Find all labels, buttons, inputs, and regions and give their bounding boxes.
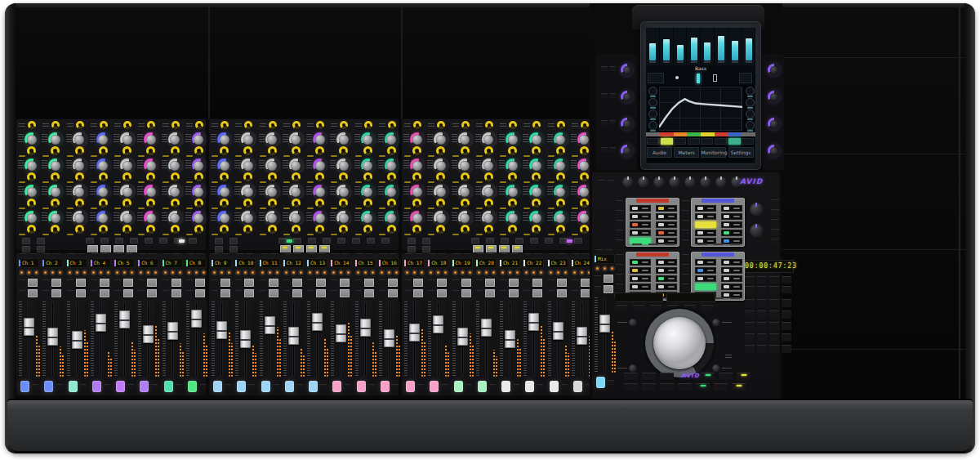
strip-small-button[interactable] — [572, 290, 578, 297]
attention-button[interactable] — [490, 384, 496, 389]
mini-encoder-button[interactable] — [379, 270, 385, 275]
strip-small-button[interactable] — [523, 279, 530, 286]
matrix-button[interactable] — [323, 238, 331, 243]
encoder-knob[interactable] — [482, 132, 496, 146]
matrix-button[interactable] — [278, 238, 287, 243]
attention-button[interactable] — [321, 384, 327, 389]
select-key[interactable] — [172, 289, 181, 297]
strip-small-button[interactable] — [595, 286, 601, 293]
encoder-knob[interactable] — [554, 159, 568, 172]
strip-tiny-button[interactable] — [173, 253, 180, 257]
channel-color-button[interactable] — [454, 381, 463, 392]
strip-tiny-button[interactable] — [405, 253, 412, 257]
numeric-key[interactable] — [782, 299, 791, 307]
encoder-knob[interactable] — [336, 211, 350, 225]
record-safe-key[interactable] — [364, 279, 374, 287]
mini-encoder-button[interactable] — [122, 270, 127, 275]
encoder-knob[interactable] — [506, 159, 519, 172]
encoder-knob[interactable] — [554, 211, 568, 225]
matrix-button[interactable] — [408, 246, 416, 252]
attention-button[interactable] — [345, 384, 350, 389]
strip-tiny-button[interactable] — [163, 253, 171, 257]
strip-small-button[interactable] — [91, 290, 97, 297]
transport-key[interactable] — [714, 383, 728, 391]
select-key[interactable] — [100, 289, 109, 297]
fader-cap[interactable] — [336, 324, 346, 342]
encoder-knob[interactable] — [458, 185, 472, 199]
fader-cap[interactable] — [191, 310, 202, 328]
strip-small-button[interactable] — [452, 290, 459, 297]
mini-encoder-button[interactable] — [345, 270, 351, 275]
mini-encoder-button[interactable] — [579, 270, 585, 275]
matrix-button[interactable] — [530, 238, 538, 243]
encoder-knob[interactable] — [313, 159, 327, 172]
record-safe-key[interactable] — [123, 279, 133, 287]
fader-cap[interactable] — [96, 314, 106, 332]
encoder-knob[interactable] — [529, 211, 543, 225]
mini-encoder-button[interactable] — [428, 270, 434, 275]
encoder-knob[interactable] — [336, 185, 350, 199]
encoder-knob[interactable] — [336, 159, 350, 172]
encoder-knob[interactable] — [192, 132, 206, 146]
channel-color-button[interactable] — [596, 377, 605, 388]
channel-color-button[interactable] — [573, 381, 582, 392]
strip-tiny-button[interactable] — [68, 253, 75, 257]
matrix-button[interactable] — [37, 246, 45, 252]
strip-tiny-button[interactable] — [139, 253, 146, 257]
encoder-knob[interactable] — [120, 159, 134, 172]
strip-tiny-button[interactable] — [390, 253, 397, 257]
matrix-button[interactable] — [574, 238, 582, 243]
encoder-knob[interactable] — [361, 159, 375, 172]
fader-cap[interactable] — [47, 328, 58, 346]
fader-cap[interactable] — [288, 327, 299, 345]
strip-small-button[interactable] — [548, 279, 555, 286]
attention-button[interactable] — [128, 384, 134, 389]
encoder-knob[interactable] — [217, 211, 231, 225]
strip-small-button[interactable] — [523, 290, 530, 297]
channel-color-button[interactable] — [430, 381, 439, 392]
record-safe-key[interactable] — [557, 279, 567, 287]
encoder-knob[interactable] — [241, 185, 255, 199]
attention-button[interactable] — [33, 384, 38, 389]
mini-encoder-button[interactable] — [370, 270, 376, 275]
channel-color-button[interactable] — [116, 381, 125, 392]
strip-small-button[interactable] — [235, 290, 242, 297]
mini-encoder-button[interactable] — [170, 270, 176, 275]
encoder-knob[interactable] — [554, 132, 568, 146]
strip-tiny-button[interactable] — [115, 253, 122, 257]
attention-button[interactable] — [105, 384, 110, 389]
mini-encoder-button[interactable] — [243, 270, 248, 275]
attention-button[interactable] — [514, 384, 519, 389]
mini-encoder-button[interactable] — [50, 270, 56, 275]
select-key[interactable] — [413, 289, 423, 297]
matrix-button[interactable] — [145, 238, 153, 243]
encoder-knob[interactable] — [482, 159, 496, 172]
mini-encoder-button[interactable] — [114, 270, 120, 275]
mini-encoder-button[interactable] — [523, 270, 529, 275]
channel-color-button[interactable] — [550, 381, 559, 392]
strip-tiny-button[interactable] — [187, 253, 194, 257]
mini-encoder-button[interactable] — [226, 270, 232, 275]
record-safe-key[interactable] — [292, 279, 302, 287]
encoder-knob[interactable] — [48, 211, 62, 225]
encoder-knob[interactable] — [482, 185, 496, 199]
strip-tiny-button[interactable] — [429, 253, 436, 257]
select-key[interactable] — [485, 289, 495, 297]
mini-encoder-button[interactable] — [363, 270, 368, 275]
mini-encoder-button[interactable] — [338, 270, 344, 275]
fader-cap[interactable] — [577, 327, 587, 345]
mini-encoder-button[interactable] — [129, 270, 135, 275]
transport-key[interactable] — [732, 383, 746, 391]
encoder-knob[interactable] — [24, 159, 38, 172]
strip-small-button[interactable] — [283, 290, 290, 297]
strip-small-button[interactable] — [42, 279, 49, 286]
strip-small-button[interactable] — [19, 279, 25, 286]
strip-tiny-button[interactable] — [463, 253, 470, 257]
strip-small-button[interactable] — [212, 279, 218, 286]
channel-color-button[interactable] — [478, 381, 487, 392]
mini-encoder-button[interactable] — [91, 270, 96, 275]
attention-button[interactable] — [418, 384, 424, 389]
channel-color-button[interactable] — [261, 381, 270, 392]
mini-encoder-button[interactable] — [235, 270, 241, 275]
channel-color-button[interactable] — [44, 381, 53, 392]
